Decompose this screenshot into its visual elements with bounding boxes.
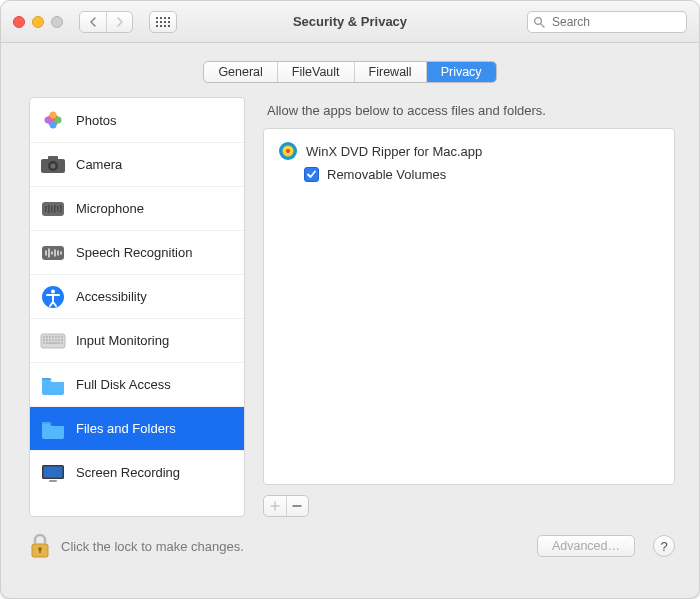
svg-rect-53: [39, 549, 41, 553]
tab-firewall[interactable]: Firewall: [354, 62, 426, 82]
svg-rect-44: [61, 342, 63, 344]
app-row[interactable]: WinX DVD Ripper for Mac.app: [278, 139, 660, 163]
speech-icon: [40, 240, 66, 266]
svg-rect-33: [58, 336, 60, 338]
permission-row[interactable]: Removable Volumes: [278, 163, 660, 182]
sidebar-item-label: Full Disk Access: [76, 377, 171, 392]
sidebar-item-label: Camera: [76, 157, 122, 172]
svg-rect-38: [52, 339, 54, 341]
lock-icon[interactable]: [29, 533, 51, 559]
nav-back-button[interactable]: [80, 12, 106, 32]
show-all-button[interactable]: [149, 11, 177, 33]
svg-rect-15: [54, 205, 56, 213]
svg-rect-29: [46, 336, 48, 338]
svg-point-50: [286, 149, 290, 153]
camera-icon: [40, 152, 66, 178]
minimize-window-button[interactable]: [32, 16, 44, 28]
close-window-button[interactable]: [13, 16, 25, 28]
add-remove-control: [263, 495, 309, 517]
keyboard-icon: [40, 328, 66, 354]
photos-icon: [40, 107, 66, 133]
help-button[interactable]: ?: [653, 535, 675, 557]
detail-pane: Allow the apps below to access files and…: [263, 97, 675, 517]
sidebar-item-accessibility[interactable]: Accessibility: [30, 274, 244, 318]
permission-checkbox[interactable]: [304, 167, 319, 182]
tab-general[interactable]: General: [204, 62, 276, 82]
sidebar-item-label: Speech Recognition: [76, 245, 192, 260]
svg-point-26: [51, 289, 55, 293]
permission-label: Removable Volumes: [327, 167, 446, 182]
search-icon: [533, 16, 545, 28]
search-input[interactable]: [527, 11, 687, 33]
content-area: Photos Camera: [1, 97, 699, 517]
svg-point-5: [50, 122, 57, 129]
svg-rect-36: [46, 339, 48, 341]
privacy-category-list[interactable]: Photos Camera: [29, 97, 245, 517]
winx-icon: [278, 141, 298, 161]
sidebar-item-photos[interactable]: Photos: [30, 98, 244, 142]
svg-rect-8: [48, 156, 58, 160]
svg-rect-17: [60, 205, 62, 213]
svg-point-10: [51, 163, 56, 168]
app-name: WinX DVD Ripper for Mac.app: [306, 144, 482, 159]
svg-rect-16: [57, 206, 59, 212]
sidebar-item-label: Accessibility: [76, 289, 147, 304]
svg-rect-47: [49, 480, 57, 482]
description-text: Allow the apps below to access files and…: [263, 97, 675, 128]
search-field-wrap: [527, 11, 687, 33]
lock-text: Click the lock to make changes.: [61, 539, 244, 554]
zoom-window-button[interactable]: [51, 16, 63, 28]
svg-rect-39: [55, 339, 57, 341]
svg-rect-40: [58, 339, 60, 341]
svg-rect-46: [44, 466, 63, 477]
svg-rect-28: [43, 336, 45, 338]
tab-privacy[interactable]: Privacy: [426, 62, 496, 82]
svg-rect-30: [49, 336, 51, 338]
footer: Click the lock to make changes. Advanced…: [1, 517, 699, 559]
svg-rect-32: [55, 336, 57, 338]
svg-rect-14: [51, 206, 53, 212]
accessibility-icon: [40, 284, 66, 310]
svg-line-1: [541, 23, 544, 26]
sidebar-item-label: Input Monitoring: [76, 333, 169, 348]
app-list[interactable]: WinX DVD Ripper for Mac.app Removable Vo…: [263, 128, 675, 485]
traffic-lights: [13, 16, 63, 28]
svg-point-3: [50, 112, 57, 119]
folder-icon: [40, 372, 66, 398]
sidebar-item-screen-recording[interactable]: Screen Recording: [30, 450, 244, 494]
svg-point-6: [45, 117, 52, 124]
svg-rect-31: [52, 336, 54, 338]
svg-rect-35: [43, 339, 45, 341]
svg-rect-43: [46, 342, 60, 344]
svg-rect-41: [61, 339, 63, 341]
tabs: General FileVault Firewall Privacy: [203, 61, 496, 83]
svg-rect-13: [48, 205, 50, 213]
sidebar-item-label: Files and Folders: [76, 421, 176, 436]
tab-bar: General FileVault Firewall Privacy: [1, 43, 699, 97]
sidebar-item-camera[interactable]: Camera: [30, 142, 244, 186]
sidebar-item-full-disk-access[interactable]: Full Disk Access: [30, 362, 244, 406]
advanced-button[interactable]: Advanced…: [537, 535, 635, 557]
nav-buttons: [79, 11, 133, 33]
sidebar-item-microphone[interactable]: Microphone: [30, 186, 244, 230]
sidebar-item-speech[interactable]: Speech Recognition: [30, 230, 244, 274]
svg-rect-34: [61, 336, 63, 338]
sidebar-item-label: Screen Recording: [76, 465, 180, 480]
svg-rect-42: [43, 342, 45, 344]
svg-point-4: [55, 117, 62, 124]
grid-icon: [156, 17, 170, 27]
microphone-icon: [40, 196, 66, 222]
nav-forward-button[interactable]: [106, 12, 132, 32]
display-icon: [40, 460, 66, 486]
svg-rect-37: [49, 339, 51, 341]
sidebar-item-files-and-folders[interactable]: Files and Folders: [30, 406, 244, 450]
remove-button[interactable]: [287, 496, 309, 516]
sidebar-item-label: Photos: [76, 113, 116, 128]
titlebar: Security & Privacy: [1, 1, 699, 43]
preferences-window: Security & Privacy General FileVault Fir…: [0, 0, 700, 599]
sidebar-item-label: Microphone: [76, 201, 144, 216]
tab-filevault[interactable]: FileVault: [277, 62, 354, 82]
sidebar-item-input-monitoring[interactable]: Input Monitoring: [30, 318, 244, 362]
folder-icon: [40, 416, 66, 442]
svg-rect-12: [45, 206, 47, 212]
